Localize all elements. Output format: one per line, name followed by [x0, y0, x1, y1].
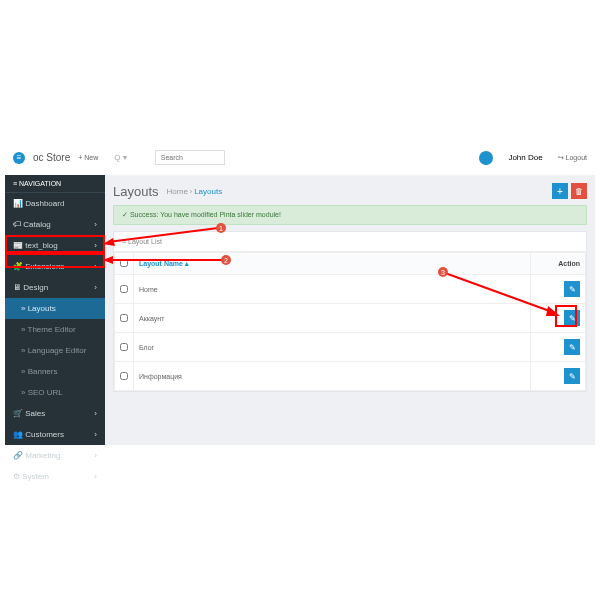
- sidebar-item-extensions[interactable]: 🧩 Extensions›: [5, 256, 105, 277]
- desktop-icon: 🖥: [13, 283, 21, 292]
- add-button[interactable]: +: [552, 183, 568, 199]
- sidebar-item-marketing[interactable]: 🔗 Marketing›: [5, 445, 105, 466]
- edit-button[interactable]: ✎: [564, 368, 580, 384]
- sidebar-item-layouts[interactable]: » Layouts: [5, 298, 105, 319]
- users-icon: 👥: [13, 430, 23, 439]
- sidebar-item-theme-editor[interactable]: » Theme Editor: [5, 319, 105, 340]
- gear-icon: ⚙: [13, 472, 20, 481]
- edit-button[interactable]: ✎: [564, 281, 580, 297]
- sidebar-item-system[interactable]: ⚙ System›: [5, 466, 105, 487]
- blog-icon: 📰: [13, 241, 23, 250]
- layouts-table: Layout Name ▴Action Home✎ Аккаунт✎ Блог✎…: [114, 252, 586, 391]
- sidebar-item-dashboard[interactable]: 📊 Dashboard: [5, 193, 105, 214]
- table-row: Информация✎: [115, 362, 586, 391]
- share-icon: 🔗: [13, 451, 23, 460]
- dashboard-icon: 📊: [13, 199, 23, 208]
- new-button[interactable]: + New: [78, 154, 98, 161]
- logout-link[interactable]: ↪ Logout: [558, 154, 587, 162]
- table-row: Home✎: [115, 275, 586, 304]
- nav-header: ≡ NAVIGATION: [5, 175, 105, 193]
- edit-button[interactable]: ✎: [564, 339, 580, 355]
- col-action: Action: [531, 253, 586, 275]
- chevron-right-icon: ›: [94, 220, 97, 229]
- breadcrumb: Home › Layouts: [167, 187, 223, 196]
- edit-button[interactable]: ✎: [564, 310, 580, 326]
- avatar[interactable]: [479, 151, 493, 165]
- row-checkbox[interactable]: [120, 285, 128, 293]
- logo-icon: ≡: [13, 152, 25, 164]
- sidebar: ≡ NAVIGATION 📊 Dashboard 🏷 Catalog› 📰 te…: [5, 175, 105, 445]
- sidebar-item-design[interactable]: 🖥 Design›: [5, 277, 105, 298]
- row-checkbox[interactable]: [120, 343, 128, 351]
- search-input[interactable]: [155, 150, 225, 165]
- sidebar-item-language-editor[interactable]: » Language Editor: [5, 340, 105, 361]
- user-name[interactable]: John Doe: [508, 153, 542, 162]
- sidebar-item-sales[interactable]: 🛒 Sales›: [5, 403, 105, 424]
- col-layout-name[interactable]: Layout Name ▴: [134, 253, 531, 275]
- delete-button[interactable]: 🗑: [571, 183, 587, 199]
- sidebar-item-textblog[interactable]: 📰 text_blog›: [5, 235, 105, 256]
- search-dropdown[interactable]: Q ▾: [114, 153, 126, 162]
- panel-header: ≡ Layout List: [114, 232, 586, 252]
- sidebar-item-catalog[interactable]: 🏷 Catalog›: [5, 214, 105, 235]
- brand-name: oc Store: [33, 152, 70, 163]
- puzzle-icon: 🧩: [13, 262, 23, 271]
- table-row: Аккаунт✎: [115, 304, 586, 333]
- sidebar-item-banners[interactable]: » Banners: [5, 361, 105, 382]
- sidebar-item-customers[interactable]: 👥 Customers›: [5, 424, 105, 445]
- row-checkbox[interactable]: [120, 372, 128, 380]
- table-row: Блог✎: [115, 333, 586, 362]
- success-alert: ✓ Success: You have modified Pinta slide…: [113, 205, 587, 225]
- select-all-checkbox[interactable]: [120, 259, 128, 267]
- cart-icon: 🛒: [13, 409, 23, 418]
- page-title: Layouts: [113, 184, 159, 199]
- header-bar: ≡ oc Store + New Q ▾ John Doe ↪ Logout: [5, 140, 595, 175]
- row-checkbox[interactable]: [120, 314, 128, 322]
- tag-icon: 🏷: [13, 220, 21, 229]
- sidebar-item-seo-url[interactable]: » SEO URL: [5, 382, 105, 403]
